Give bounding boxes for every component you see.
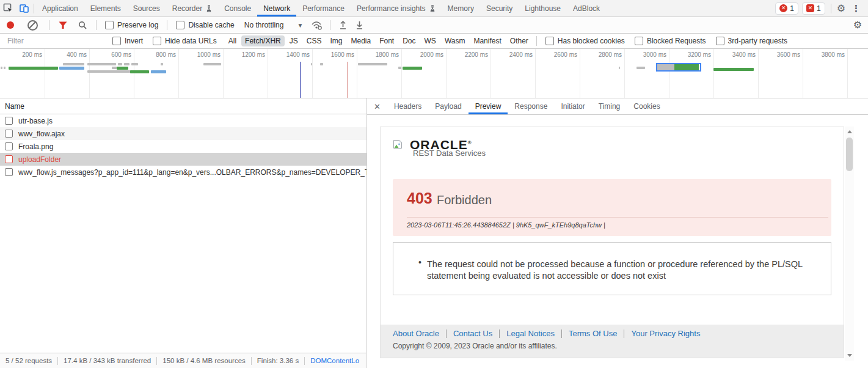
- third-party-checkbox[interactable]: [716, 37, 724, 45]
- invert-checkbox[interactable]: [112, 37, 121, 45]
- invert-label[interactable]: Invert: [125, 37, 143, 45]
- disable-cache-control[interactable]: Disable cache: [176, 21, 234, 29]
- tab-performance-insights[interactable]: Performance insights: [351, 0, 442, 17]
- filter-type-js[interactable]: JS: [286, 35, 302, 46]
- filter-type-wasm[interactable]: Wasm: [441, 35, 469, 46]
- issues-badge[interactable]: ✕ 1: [802, 2, 825, 15]
- footer-link-about-oracle[interactable]: About Oracle: [393, 329, 439, 338]
- request-row-uploadfolder[interactable]: uploadFolder: [0, 153, 367, 166]
- tab-application[interactable]: Application: [36, 0, 84, 17]
- network-conditions-icon[interactable]: [312, 21, 323, 30]
- waterfall-bar[interactable]: [203, 63, 221, 65]
- waterfall-bar[interactable]: [63, 63, 84, 65]
- disable-cache-checkbox[interactable]: [176, 21, 184, 29]
- preview-scrollbar[interactable]: [845, 127, 854, 361]
- waterfall-bar[interactable]: [4, 67, 5, 69]
- detail-tab-initiator[interactable]: Initiator: [554, 98, 591, 114]
- footer-link-legal-notices[interactable]: Legal Notices: [506, 329, 555, 338]
- waterfall-bar[interactable]: [398, 67, 401, 69]
- tab-memory[interactable]: Memory: [442, 0, 480, 17]
- request-row-wwv-flow-js-messages[interactable]: wwv_flow.js_messages?p_app_id=111&p_lang…: [0, 166, 367, 178]
- more-options-icon[interactable]: ⋮: [849, 3, 863, 14]
- blocked-requests-control[interactable]: Blocked Requests: [635, 37, 706, 45]
- network-settings-gear-icon[interactable]: ⚙: [853, 20, 862, 30]
- waterfall-bar[interactable]: [403, 67, 422, 70]
- waterfall-bar[interactable]: [713, 68, 754, 71]
- record-button[interactable]: [7, 21, 14, 29]
- inspect-element-icon[interactable]: [0, 0, 16, 17]
- hide-data-urls-checkbox[interactable]: [153, 37, 161, 45]
- detail-tab-timing[interactable]: Timing: [592, 98, 627, 114]
- detail-tab-preview[interactable]: Preview: [469, 98, 508, 114]
- filter-type-fetch-xhr[interactable]: Fetch/XHR: [241, 35, 285, 46]
- import-har-icon[interactable]: [339, 21, 347, 29]
- tab-network[interactable]: Network: [257, 0, 296, 17]
- waterfall-bar[interactable]: [59, 67, 84, 70]
- request-checkbox[interactable]: [5, 130, 13, 138]
- settings-gear-icon[interactable]: ⚙: [837, 4, 845, 13]
- tab-lighthouse[interactable]: Lighthouse: [519, 0, 567, 17]
- tab-performance[interactable]: Performance: [296, 0, 351, 17]
- tab-security[interactable]: Security: [480, 0, 519, 17]
- filter-funnel-icon[interactable]: [59, 21, 67, 29]
- tab-console[interactable]: Console: [218, 0, 257, 17]
- request-checkbox[interactable]: [5, 117, 13, 125]
- tab-elements[interactable]: Elements: [84, 0, 127, 17]
- filter-type-doc[interactable]: Doc: [399, 35, 419, 46]
- filter-type-ws[interactable]: WS: [421, 35, 440, 46]
- filter-type-all[interactable]: All: [225, 35, 240, 46]
- third-party-label[interactable]: 3rd-party requests: [728, 37, 787, 45]
- filter-type-css[interactable]: CSS: [303, 35, 326, 46]
- scroll-up-icon[interactable]: [847, 130, 852, 133]
- has-blocked-cookies-label[interactable]: Has blocked cookies: [558, 37, 625, 45]
- waterfall-bar[interactable]: [619, 67, 620, 69]
- selected-request-bar[interactable]: [656, 63, 701, 72]
- scroll-down-icon[interactable]: [847, 354, 852, 357]
- has-blocked-cookies-control[interactable]: Has blocked cookies: [545, 37, 625, 45]
- waterfall-bar[interactable]: [636, 67, 645, 69]
- disable-cache-label[interactable]: Disable cache: [188, 21, 234, 29]
- waterfall-bar[interactable]: [130, 70, 149, 73]
- request-checkbox[interactable]: [5, 155, 13, 163]
- scrollbar-thumb[interactable]: [846, 138, 853, 171]
- preserve-log-control[interactable]: Preserve log: [105, 21, 158, 29]
- waterfall-bar[interactable]: [161, 63, 163, 65]
- network-overview-timeline[interactable]: 200 ms400 ms600 ms800 ms1000 ms1200 ms14…: [0, 49, 868, 98]
- waterfall-bar[interactable]: [358, 63, 387, 65]
- waterfall-bar[interactable]: [87, 63, 116, 65]
- request-checkbox[interactable]: [5, 142, 13, 150]
- waterfall-bar[interactable]: [131, 63, 138, 65]
- filter-type-media[interactable]: Media: [347, 35, 374, 46]
- request-row-froala-png[interactable]: Froala.png: [0, 140, 367, 153]
- waterfall-bar[interactable]: [117, 67, 128, 70]
- blocked-requests-label[interactable]: Blocked Requests: [647, 37, 706, 45]
- filter-type-font[interactable]: Font: [376, 35, 398, 46]
- invert-control[interactable]: Invert: [112, 37, 143, 45]
- detail-tab-cookies[interactable]: Cookies: [627, 98, 666, 114]
- close-icon[interactable]: ✕: [367, 102, 387, 111]
- tab-adblock[interactable]: AdBlock: [567, 0, 606, 17]
- filter-type-img[interactable]: Img: [326, 35, 346, 46]
- console-errors-badge[interactable]: ✕ 1: [775, 2, 798, 15]
- request-checkbox[interactable]: [5, 168, 13, 176]
- waterfall-bar[interactable]: [118, 63, 122, 65]
- has-blocked-cookies-checkbox[interactable]: [545, 37, 554, 45]
- throttling-select[interactable]: No throttling ▼: [244, 21, 304, 29]
- hide-data-urls-label[interactable]: Hide data URLs: [165, 37, 217, 45]
- preserve-log-label[interactable]: Preserve log: [117, 21, 158, 29]
- waterfall-bar[interactable]: [311, 63, 312, 65]
- filter-type-other[interactable]: Other: [506, 35, 532, 46]
- waterfall-bar[interactable]: [151, 70, 166, 73]
- request-row-wwv-flow-ajax[interactable]: wwv_flow.ajax: [0, 127, 367, 140]
- name-column-header[interactable]: Name: [0, 98, 367, 114]
- filter-input[interactable]: [0, 35, 108, 46]
- tab-sources[interactable]: Sources: [127, 0, 166, 17]
- request-row-utr-base-js[interactable]: utr-base.js: [0, 114, 367, 127]
- search-icon[interactable]: [78, 21, 87, 29]
- waterfall-bar[interactable]: [320, 63, 323, 65]
- export-har-icon[interactable]: [356, 21, 363, 29]
- third-party-control[interactable]: 3rd-party requests: [716, 37, 787, 45]
- footer-link-contact-us[interactable]: Contact Us: [453, 329, 492, 338]
- clear-icon[interactable]: [27, 20, 38, 31]
- detail-tab-headers[interactable]: Headers: [387, 98, 428, 114]
